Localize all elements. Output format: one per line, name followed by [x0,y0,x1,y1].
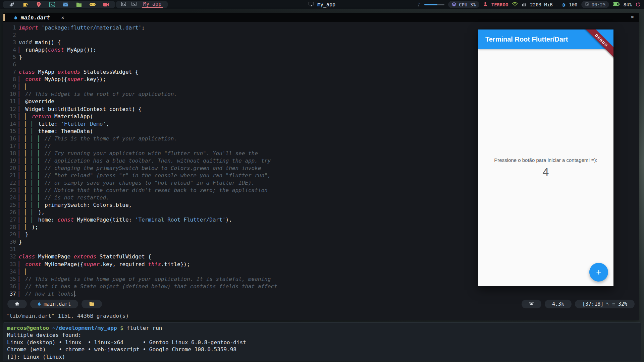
line-number: 26 [3,209,19,216]
line-number: 25 [3,201,19,209]
terminal-line: Linux (desktop) • linux • linux-x64 • Ge… [7,339,637,346]
line-number: 1 [3,24,19,32]
cursor-position: [37:18] [582,301,603,307]
map-pin-icon[interactable] [36,1,42,8]
line-number: 19 [3,157,19,165]
line-number: 10 [3,90,19,98]
volume-slider[interactable] [424,4,444,5]
app-body: Pressione o botão para iniciar a contage… [478,49,613,286]
line-number: 8 [3,76,19,83]
tab-main-dart[interactable]: main.dart ✕ [14,14,64,21]
battery-label: 84% [624,2,632,7]
statusline-file-label: main.dart [44,301,71,307]
terminal-line: Multiple devices found: [7,331,637,339]
line-number: 28 [3,224,19,231]
line-number: 9 [3,83,19,90]
memory-label: 2203 MiB - [530,2,558,7]
mail-icon[interactable] [62,1,69,8]
wifi-icon [512,2,518,7]
terminal-panel[interactable]: marcos@gentoo ~/development/my_app $ flu… [3,322,641,361]
monitor-icon [309,1,314,8]
workspace-group: My_app [116,1,168,8]
debug-banner: DEBUG [584,29,613,59]
status-area: ♪ CPU 3% TERROO 2203 MiB - ◑ 100 00:25 8… [418,0,641,9]
line-number: 35 [3,276,19,283]
workspace-terminal-icon[interactable] [131,1,137,8]
workspace-active-label[interactable]: My_app [142,1,163,8]
flutter-app-window: Terminal Root Flutter/Dart DEBUG Pressio… [478,29,613,286]
line-number: 33 [3,261,19,268]
editor-close-icon[interactable]: ✖ [631,14,634,20]
line-number: 22 [3,179,19,187]
git-button[interactable] [522,300,541,308]
vim-command-line: "lib/main.dart" 115L, 4436B gravado(s) [6,313,129,319]
line-number: 29 [3,231,19,238]
line-number: 37 [3,290,19,298]
folder-icon[interactable] [76,1,82,8]
coffee-icon[interactable] [22,1,29,8]
dart-icon [38,301,41,307]
editor-statusline: main.dart 4.3k [37:18] ␤ ≡ 32% [3,299,639,309]
line-number: 16 [3,135,19,142]
line-number: 2 [3,32,19,39]
power-button[interactable] [636,2,641,8]
clock-label: 00:25 [592,2,606,7]
line-number: 12 [3,106,19,113]
line-number: 34 [3,268,19,276]
clock-icon [585,2,589,7]
cursor-position-badge: [37:18] ␤ ≡ 32% [575,300,635,308]
terminal-line: [1]: Linux (linux) [7,353,637,360]
statusline-left: main.dart [7,300,102,308]
dart-icon [14,14,17,21]
line-number: 5 [3,54,19,61]
line-number: 4 [3,46,19,54]
desktop: My_app my_app ♪ CPU 3% TERROO 2203 MiB -… [0,0,644,362]
statusline-right: 4.3k [37:18] ␤ ≡ 32% [522,300,635,308]
terminal-line: Chrome (web) • chrome • web-javascript •… [7,346,637,353]
home-icon [15,301,19,307]
line-number: 14 [3,120,19,128]
app-bar-title: Terminal Root Flutter/Dart [485,36,568,43]
tab-close-icon[interactable]: ✕ [61,15,64,20]
camera-icon[interactable] [103,2,109,7]
folder-button[interactable] [82,300,102,308]
line-number: 17 [3,142,19,150]
line-number: 11 [3,98,19,105]
statusline-file[interactable]: main.dart [30,300,78,308]
cpu-indicator: CPU 3% [448,1,479,8]
octocat-icon [529,301,534,307]
word-count-badge: 4.3k [545,300,572,308]
focused-window-title-text: my_app [317,2,335,8]
brightness-label: 100 [569,2,577,7]
cpu-label: CPU 3% [459,2,476,7]
gamepad-icon[interactable] [89,2,96,7]
focused-window-title: my_app [309,0,335,9]
tabline-accent [3,14,5,21]
folder-icon [89,301,95,308]
line-number: 18 [3,150,19,157]
counter-message: Pressione o botão para iniciar a contage… [494,157,597,163]
user-label: TERROO [491,2,508,7]
line-number: 15 [3,128,19,135]
scroll-progress: ≡ 32% [612,301,627,307]
editor-tabline: main.dart ✕ ✖ [3,13,639,22]
terminal-app-icon[interactable] [49,1,55,8]
line-number: 30 [3,238,19,246]
memory-chart-icon [522,2,526,7]
battery-icon [613,2,620,7]
line-number: 20 [3,165,19,172]
tab-label: main.dart [21,14,50,21]
code-line[interactable]: 37▏ // how it looks. [3,290,639,298]
user-icon [483,2,488,7]
terminal-line: marcos@gentoo ~/development/my_app $ flu… [7,324,637,331]
line-number: 21 [3,172,19,179]
rocket-icon[interactable] [9,1,15,8]
line-number: 27 [3,216,19,224]
clock-indicator: 00:25 [581,1,609,8]
home-button[interactable] [7,300,27,308]
brightness-icon: ◑ [562,1,566,8]
workspace-terminal-icon[interactable] [121,1,126,8]
line-number: 23 [3,187,19,194]
fab-add-button[interactable]: + [589,263,608,282]
line-number: 13 [3,113,19,120]
